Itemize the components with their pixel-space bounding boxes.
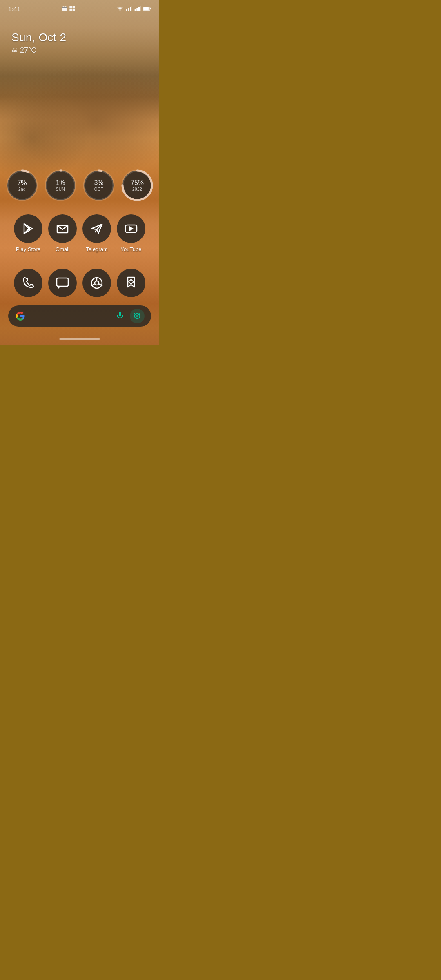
svg-rect-16 — [140, 6, 141, 11]
month-widget[interactable]: 3% OCT — [82, 169, 116, 202]
telegram-icon — [89, 221, 104, 236]
svg-rect-4 — [70, 6, 72, 8]
play-store-icon — [21, 221, 36, 236]
date-weather-widget: Sun, Oct 2 ≋ 27°C — [0, 23, 159, 59]
svg-rect-0 — [62, 7, 67, 11]
svg-rect-47 — [119, 312, 121, 316]
svg-point-42 — [95, 281, 99, 285]
gmail-icon — [55, 221, 70, 236]
svg-line-34 — [95, 229, 97, 232]
year-label: 2022 — [132, 187, 142, 192]
home-indicator[interactable] — [0, 335, 159, 345]
dock-keep[interactable] — [117, 269, 145, 297]
gmail-icon-circle — [48, 214, 77, 243]
svg-rect-2 — [64, 6, 64, 7]
widget-icon — [69, 5, 76, 12]
dock-messages[interactable] — [48, 269, 77, 297]
home-bar — [59, 338, 100, 340]
svg-rect-1 — [62, 7, 67, 8]
google-g-icon — [15, 310, 26, 322]
signal2-icon — [134, 6, 141, 11]
search-bar[interactable] — [8, 305, 151, 327]
day-percent: 7% — [17, 180, 27, 186]
weekday-label: SUN — [56, 187, 65, 192]
notification-icons — [61, 5, 76, 12]
svg-rect-15 — [138, 7, 140, 11]
year-widget[interactable]: 75% 2022 — [120, 169, 154, 202]
svg-rect-6 — [70, 9, 72, 11]
chrome-icon-circle — [82, 269, 111, 297]
svg-rect-18 — [150, 8, 151, 9]
svg-rect-5 — [73, 6, 75, 8]
year-percent: 75% — [131, 180, 144, 186]
temperature-display: 27°C — [20, 46, 36, 55]
battery-icon — [143, 6, 151, 11]
status-icons — [116, 6, 151, 11]
svg-rect-37 — [57, 278, 68, 286]
svg-marker-36 — [129, 226, 134, 231]
svg-rect-12 — [132, 6, 132, 11]
app-gmail[interactable]: Gmail — [48, 214, 77, 252]
youtube-icon-circle — [117, 214, 145, 243]
chrome-icon — [89, 276, 104, 290]
svg-marker-46 — [129, 279, 134, 284]
keep-icon — [124, 276, 138, 290]
dock-phone[interactable] — [14, 269, 42, 297]
weather-row: ≋ 27°C — [11, 46, 148, 55]
youtube-icon — [124, 221, 138, 236]
keep-icon-circle — [117, 269, 145, 297]
dock-chrome[interactable] — [82, 269, 111, 297]
app-row: Play Store Gmail — [0, 214, 159, 252]
status-time: 1:41 — [8, 5, 20, 12]
svg-rect-9 — [126, 9, 127, 11]
telegram-label: Telegram — [86, 246, 107, 252]
signal-icon — [126, 6, 132, 11]
phone-icon — [21, 276, 36, 290]
month-percent: 3% — [94, 180, 103, 186]
calendar-icon — [61, 5, 68, 12]
phone-icon-circle — [14, 269, 42, 297]
status-bar: 1:41 — [0, 0, 159, 15]
dock-row — [0, 269, 159, 297]
date-display: Sun, Oct 2 — [11, 31, 148, 44]
app-telegram[interactable]: Telegram — [82, 214, 111, 252]
youtube-label: YouTube — [120, 246, 141, 252]
weather-icon: ≋ — [11, 46, 18, 55]
play-store-icon-circle — [14, 214, 42, 243]
messages-icon — [55, 276, 70, 290]
svg-rect-13 — [135, 9, 136, 11]
weekday-widget[interactable]: 1% SUN — [44, 169, 77, 202]
app-youtube[interactable]: YouTube — [117, 214, 145, 252]
lens-icon[interactable] — [130, 309, 145, 323]
month-label: OCT — [94, 187, 104, 192]
svg-rect-11 — [130, 7, 131, 11]
day-label: 2nd — [18, 187, 26, 192]
svg-rect-7 — [73, 9, 75, 11]
svg-rect-10 — [128, 8, 129, 11]
search-bar-container — [0, 305, 159, 327]
app-play-store[interactable]: Play Store — [14, 214, 42, 252]
widgets-row: 7% 2nd 1% SUN 3% OCT — [0, 169, 159, 202]
gmail-label: Gmail — [56, 246, 69, 252]
svg-point-50 — [136, 315, 138, 317]
svg-rect-19 — [143, 7, 149, 10]
play-store-label: Play Store — [16, 246, 40, 252]
day-widget[interactable]: 7% 2nd — [5, 169, 39, 202]
messages-icon-circle — [48, 269, 77, 297]
wifi-icon — [116, 6, 124, 11]
weekday-percent: 1% — [56, 180, 65, 186]
svg-point-8 — [120, 10, 121, 11]
microphone-icon[interactable] — [114, 310, 127, 323]
telegram-icon-circle — [82, 214, 111, 243]
svg-rect-14 — [136, 8, 138, 11]
svg-rect-3 — [65, 6, 66, 7]
